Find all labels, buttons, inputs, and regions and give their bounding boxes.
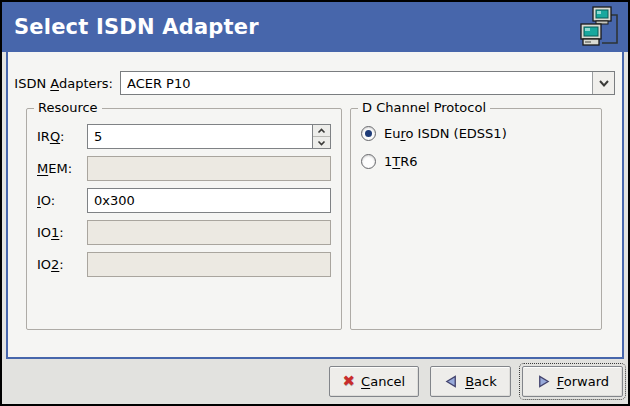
dchannel-protocol-group: D Channel Protocol Euro ISDN (EDSS1) 1TR… — [350, 108, 602, 330]
cancel-x-icon: ✖ — [343, 374, 356, 389]
spin-down-button[interactable] — [313, 136, 330, 148]
cancel-button-label: Cancel — [361, 374, 405, 389]
io-row: IO: — [37, 188, 331, 213]
dchannel-group-title: D Channel Protocol — [358, 100, 490, 115]
forward-button-label: Forward — [557, 374, 609, 389]
resource-group: Resource IRQ: — [26, 108, 342, 330]
io1-input — [87, 220, 331, 245]
mem-row: MEM: — [37, 156, 331, 181]
mem-input — [87, 156, 331, 181]
io2-row: IO2: — [37, 252, 331, 277]
back-button[interactable]: Back — [430, 366, 511, 397]
irq-spinbox — [87, 124, 331, 149]
io-input[interactable] — [87, 188, 331, 213]
isdn-adapters-combobox[interactable] — [120, 71, 615, 95]
isdn-adapters-label: ISDN Adapters: — [8, 76, 120, 91]
page-title: Select ISDN Adapter — [14, 15, 259, 39]
radio-1tr6-label: 1TR6 — [384, 154, 418, 169]
radio-button-icon[interactable] — [361, 154, 376, 169]
io1-label: IO1: — [37, 225, 87, 240]
io-label: IO: — [37, 193, 87, 208]
mem-label: MEM: — [37, 161, 87, 176]
chevron-up-icon — [317, 128, 326, 134]
irq-row: IRQ: — [37, 124, 331, 149]
radio-button-icon[interactable] — [361, 126, 376, 141]
irq-label: IRQ: — [37, 129, 87, 144]
dialog-title-bar: Select ISDN Adapter — [2, 2, 628, 52]
io2-label: IO2: — [37, 257, 87, 272]
combobox-dropdown-button[interactable] — [592, 72, 614, 94]
chevron-down-icon — [598, 79, 610, 88]
dialog-button-bar: ✖ Cancel Back Forward — [2, 359, 628, 404]
chevron-down-icon — [317, 140, 326, 146]
io1-row: IO1: — [37, 220, 331, 245]
isdn-adapters-row: ISDN Adapters: — [8, 71, 622, 95]
back-button-label: Back — [465, 374, 497, 389]
spin-up-button[interactable] — [313, 125, 330, 136]
radio-euro-isdn-label: Euro ISDN (EDSS1) — [384, 126, 507, 141]
arrow-right-icon — [536, 374, 551, 389]
network-computers-icon — [580, 6, 620, 50]
cancel-button[interactable]: ✖ Cancel — [329, 366, 420, 397]
settings-groups: Resource IRQ: — [26, 108, 602, 330]
arrow-left-icon — [444, 374, 459, 389]
select-isdn-adapter-dialog: Select ISDN Adapter ISDN Adapters: — [0, 0, 630, 406]
forward-button[interactable]: Forward — [522, 366, 623, 397]
resource-group-title: Resource — [34, 100, 102, 115]
isdn-adapters-value[interactable] — [121, 72, 592, 94]
irq-input[interactable] — [87, 124, 313, 149]
wizard-content-panel: ISDN Adapters: Resource IRQ: — [6, 52, 624, 359]
io2-input — [87, 252, 331, 277]
irq-spin-buttons — [313, 124, 331, 149]
radio-1tr6[interactable]: 1TR6 — [361, 154, 601, 169]
radio-euro-isdn[interactable]: Euro ISDN (EDSS1) — [361, 126, 601, 141]
